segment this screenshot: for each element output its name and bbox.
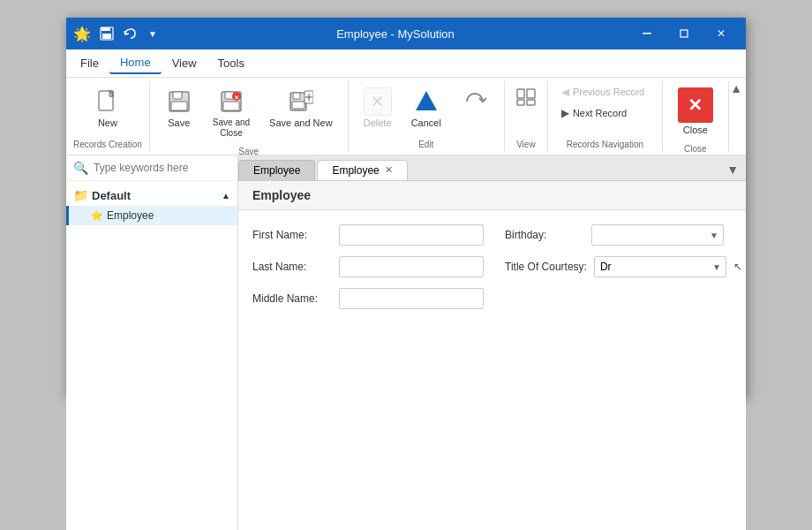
close-group-label: Close [684,140,707,154]
new-icon [94,87,122,116]
quick-undo-icon[interactable] [121,25,139,42]
tabs: Employee Employee ✕ [238,160,410,180]
birthday-field: Birthday: ▼ [505,224,732,246]
cancel-button[interactable]: Cancel [403,83,449,133]
chevron-up-icon: ▲ [222,191,230,201]
menu-view[interactable]: View [162,53,207,73]
ribbon-group-save: Save ✕ Save and Close [150,81,349,151]
title-of-courtesy-select[interactable]: Dr Mr Mrs Ms Prof [594,256,726,277]
next-record-button[interactable]: ▶ Next Record [555,104,655,122]
first-name-label: First Name: [252,229,332,241]
sidebar-tree: 📁 Default ▲ ⭐ Employee [66,181,237,530]
refresh-icon [461,87,489,116]
ribbon-group-view: View [505,81,548,151]
title-select-wrapper: Dr Mr Mrs Ms Prof ▼ [594,256,726,277]
app-icon: 🌟 [73,26,91,42]
sidebar-item-label: Employee [107,209,154,222]
quick-save-icon[interactable] [98,25,116,42]
form-row-1: First Name: Birthday: ▼ [252,224,732,246]
svg-rect-4 [680,30,688,37]
tab-chevron-down[interactable]: ▼ [719,159,746,180]
sidebar-item-employee[interactable]: ⭐ Employee [66,206,237,225]
save-and-new-button[interactable]: Save and New [261,83,341,133]
cancel-label: Cancel [411,117,441,129]
delete-label: Delete [364,117,392,129]
sidebar-group-label: Default [92,189,131,202]
tab-employee-2[interactable]: Employee ✕ [317,160,407,180]
title-of-courtesy-field: Title Of Courtesy: Dr Mr Mrs Ms Prof [505,256,742,277]
search-icon: 🔍 [73,161,88,175]
restore-button[interactable] [666,20,702,47]
records-creation-group-label: Records Creation [73,136,142,149]
menu-home[interactable]: Home [109,52,162,74]
ribbon: New Records Creation [66,78,746,155]
next-record-icon: ▶ [561,107,569,119]
svg-rect-9 [171,102,187,110]
svg-rect-8 [173,92,182,99]
cursor-indicator: ↖ [733,261,742,273]
save-group-label: Save [238,143,259,156]
quick-dropdown-icon[interactable]: ▼ [144,25,162,42]
form-body: First Name: Birthday: ▼ [238,210,746,334]
previous-record-button[interactable]: ◀ Previous Record [555,83,655,101]
save-and-new-icon [287,87,315,116]
folder-icon: 📁 [73,188,88,202]
ribbon-group-close: ✕ Close Close [663,81,729,151]
svg-marker-21 [416,91,437,110]
ribbon-group-records-creation: New Records Creation [66,81,150,151]
save-and-close-icon: ✕ [217,87,245,116]
last-name-input[interactable] [339,256,484,277]
main-area: 🔍 📁 Default ▲ ⭐ Employee [66,155,746,530]
tab-bar: Employee Employee ✕ ▼ [238,155,746,181]
save-label: Save [168,117,190,129]
delete-icon: ✕ [364,87,392,116]
new-label: New [98,117,117,129]
minimize-button[interactable] [629,20,665,47]
search-box: 🔍 [66,155,237,181]
form-area: Employee First Name: Birthday: [238,181,746,530]
svg-text:✕: ✕ [234,95,239,101]
cancel-icon [412,87,440,116]
svg-rect-16 [293,93,300,99]
sidebar-group-default[interactable]: 📁 Default ▲ [66,185,237,206]
svg-rect-24 [517,100,524,105]
save-button[interactable]: Save [157,83,201,133]
form-title: Employee [238,181,746,210]
tab-1-label: Employee [253,164,300,177]
tab-close-button[interactable]: ✕ [385,164,393,176]
title-of-courtesy-label: Title Of Courtesy: [505,261,587,273]
svg-rect-12 [223,102,239,110]
svg-rect-22 [517,89,524,98]
close-label: Close [683,125,708,136]
window-title: Employee - MySolution [336,27,455,41]
svg-rect-17 [292,102,304,109]
close-button[interactable]: ✕ Close [670,83,721,140]
new-button[interactable]: New [86,83,130,133]
refresh-button[interactable] [453,83,497,120]
svg-rect-0 [102,27,110,31]
middle-name-label: Middle Name: [252,292,332,305]
menu-tools[interactable]: Tools [207,53,255,73]
view-group-label: View [516,136,536,149]
last-name-label: Last Name: [252,261,332,273]
ribbon-group-edit: ✕ Delete Cancel Edit [349,81,505,151]
sidebar: 🔍 📁 Default ▲ ⭐ Employee [66,155,238,530]
save-icon [165,87,193,116]
nav-group-label: Records Navigation [567,136,643,149]
menu-file[interactable]: File [70,53,109,73]
first-name-input[interactable] [339,224,484,246]
svg-rect-2 [102,34,111,39]
middle-name-input[interactable] [339,288,484,309]
tab-employee-1[interactable]: Employee [238,160,315,180]
save-and-close-label: Save and Close [213,117,250,139]
delete-button[interactable]: ✕ Delete [356,83,400,133]
tab-2-label: Employee [332,164,379,177]
save-and-new-label: Save and New [269,117,333,129]
birthday-select[interactable] [591,224,724,246]
search-input[interactable] [94,162,230,174]
previous-record-label: Previous Record [573,87,644,97]
svg-rect-23 [527,89,535,98]
window-close-button[interactable]: ✕ [703,20,739,47]
save-and-close-button[interactable]: ✕ Save and Close [205,83,258,143]
ribbon-collapse-button[interactable]: ▲ [730,81,742,95]
